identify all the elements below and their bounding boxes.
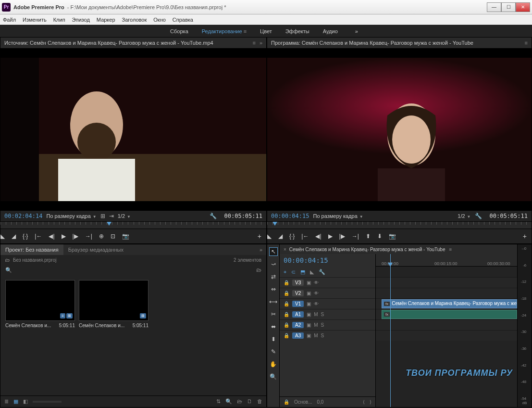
go-in-icon[interactable]: |← [35,233,42,240]
step-back-icon[interactable]: ◀| [49,233,54,240]
wrench-icon[interactable]: 🔧 [210,213,217,219]
track-name[interactable]: V2 [292,290,304,296]
menu-Изменить[interactable]: Изменить [23,17,47,23]
track-select-tool[interactable]: ⤻ [269,260,278,268]
track-toggle[interactable]: ▣ [307,280,311,285]
bin-icon[interactable]: 🗁 [256,267,261,273]
program-fit-dropdown[interactable]: По размеру кадра▼ [313,213,363,219]
track-toggle[interactable]: S [321,312,324,317]
pen-tool[interactable]: ✎ [269,347,278,356]
play-icon[interactable]: ▶ [328,233,333,240]
timeline-playhead[interactable] [390,254,391,407]
bin-item[interactable]: ≡⊞Семён Слепаков и...5:05:11 [5,280,75,391]
timeline-track-A3[interactable] [376,330,517,341]
selection-tool[interactable]: ↖ [269,247,278,256]
timeline-ruler[interactable]: 00:00:0000:00:15:0000:00:30:0000:00:45:0… [376,254,517,267]
track-name[interactable]: A2 [292,322,304,328]
rate-stretch-tool[interactable]: ⟷ [269,297,278,306]
timeline-timecode[interactable]: 00:00:04:15 [280,254,375,267]
insert-icon[interactable]: ⊕ [99,233,104,240]
go-out-icon[interactable]: →| [352,233,359,240]
add-button-icon[interactable]: + [523,232,527,240]
workspace-more-icon[interactable]: » [351,28,362,34]
menu-Маркер[interactable]: Маркер [97,17,115,23]
add-marker-icon[interactable]: ⬒ [300,269,305,275]
mark-in-icon[interactable]: ◣ [0,233,5,240]
panel-more-icon[interactable]: » [260,40,262,46]
close-icon[interactable]: × [284,247,286,252]
mark-out-icon[interactable]: ◢ [12,233,16,240]
lock-icon[interactable]: 🔒 [284,301,289,306]
timeline-clip[interactable]: fx [382,310,517,319]
workspace-tab-0[interactable]: Сборка [170,28,188,34]
wrench-icon[interactable]: 🔧 [475,213,482,219]
export-frame-icon[interactable]: 📷 [389,233,396,240]
timeline-clip[interactable]: fxСемён Слепаков и Марина Кравец- Разгов… [382,299,517,308]
lock-icon[interactable]: 🔒 [284,322,289,328]
track-toggle[interactable]: 👁 [314,291,319,296]
lock-icon[interactable]: 🔒 [284,291,289,296]
source-timecode[interactable]: 00:02:04:14 [4,213,42,219]
track-name[interactable]: A1 [292,311,304,318]
zoom-tool[interactable]: 🔍 [269,372,278,381]
track-name[interactable]: V1 [292,301,304,307]
mark-out-icon[interactable]: ◢ [278,233,283,240]
track-toggle[interactable]: ▣ [307,333,311,338]
lock-icon[interactable]: 🔒 [284,312,289,317]
panel-menu-icon[interactable]: ≡ [525,40,528,46]
track-toggle[interactable]: ▣ [307,322,311,328]
list-view-icon[interactable]: ≣ [4,398,9,405]
maximize-button[interactable]: ☐ [501,2,516,12]
track-name[interactable]: V3 [292,280,304,286]
wrench-icon[interactable]: 🔧 [319,269,325,275]
track-toggle[interactable]: M [314,312,318,317]
mark-in-icon[interactable]: ◣ [267,233,272,240]
menu-Окно[interactable]: Окно [153,17,166,23]
timeline-track-V2[interactable] [376,288,517,298]
ripple-edit-tool[interactable]: ⇄ [269,272,278,281]
search-icon[interactable]: 🔍 [5,267,12,273]
timeline-track-A1[interactable]: fx [376,309,517,319]
new-item-icon[interactable]: 🗋 [247,398,252,405]
timeline-settings-icon[interactable]: ◣ [310,269,314,275]
source-playhead[interactable] [107,222,111,226]
timeline-track-A2[interactable] [376,319,517,330]
source-fit-dropdown[interactable]: По размеру кадра▼ [46,213,96,219]
source-video-view[interactable] [0,48,266,211]
program-video-view[interactable] [267,48,532,211]
menu-Клип[interactable]: Клип [53,17,65,23]
slip-tool[interactable]: ⬌ [269,322,278,331]
panel-menu-icon[interactable]: ≡ [449,247,452,252]
timeline-tab[interactable]: × Семён Слепаков и Марина Кравец- Разгов… [280,244,517,254]
menu-Файл[interactable]: Файл [3,17,16,23]
close-button[interactable]: ✕ [516,2,530,12]
tab-media-browser[interactable]: Браузер медиаданных [63,244,128,255]
zoom-slider[interactable] [33,401,62,403]
freeform-view-icon[interactable]: ◧ [23,398,28,405]
sort-icon[interactable]: ⇅ [216,398,221,405]
lock-icon[interactable]: 🔒 [284,280,289,285]
track-toggle[interactable]: ▣ [307,312,311,317]
chevron-icon[interactable]: ⟨ [363,399,365,405]
tab-project[interactable]: Проект: Без названия [0,244,63,255]
go-in-icon[interactable]: |← [301,233,309,240]
extract-icon[interactable]: ⬇ [377,233,382,240]
workspace-tab-1[interactable]: Редактирование ≡ [202,28,247,34]
timeline-content[interactable]: 00:00:0000:00:15:0000:00:30:0000:00:45:0… [376,254,517,407]
razor-tool[interactable]: ✂ [269,310,278,319]
slide-tool[interactable]: ⬍ [269,335,278,344]
source-ratio-dropdown[interactable]: 1/2▼ [118,213,131,219]
program-playhead[interactable] [272,222,277,226]
find-icon[interactable]: 🔍 [225,398,232,405]
trim-icon[interactable]: ⇥ [109,213,114,219]
track-toggle[interactable]: M [314,333,318,338]
timeline-track-V3[interactable] [376,277,517,288]
menu-Эпизод[interactable]: Эпизод [72,17,90,23]
hand-tool[interactable]: ✋ [269,360,278,369]
delete-icon[interactable]: 🗑 [257,398,262,405]
track-toggle[interactable]: M [314,322,318,328]
lock-icon[interactable]: 🔒 [284,399,289,405]
rolling-edit-tool[interactable]: ⇔ [269,285,278,293]
menu-Справка[interactable]: Справка [173,17,193,23]
minimize-button[interactable]: — [487,2,501,12]
